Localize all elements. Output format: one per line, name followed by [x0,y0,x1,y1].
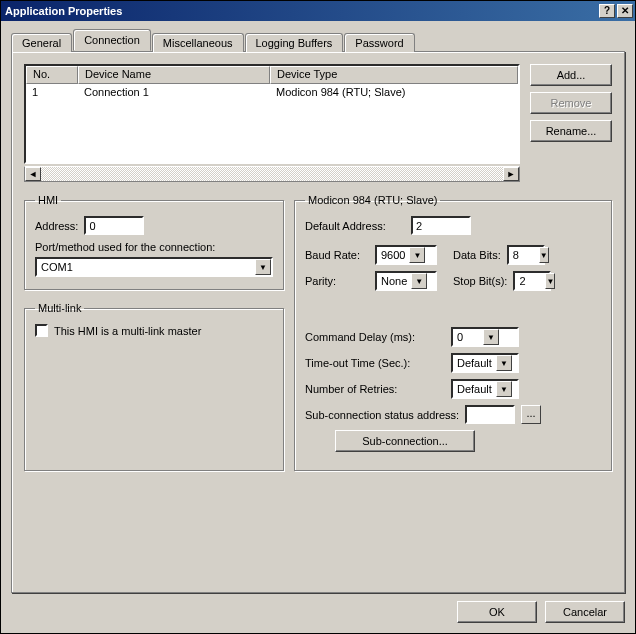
chevron-down-icon: ▼ [496,355,512,371]
chevron-down-icon: ▼ [409,247,425,263]
tab-logging-buffers[interactable]: Logging Buffers [245,33,344,52]
retries-select[interactable]: Default ▼ [451,379,519,399]
parity-label: Parity: [305,275,369,287]
baud-rate-label: Baud Rate: [305,249,369,261]
command-delay-label: Command Delay (ms): [305,331,445,343]
default-address-input[interactable] [411,216,471,235]
command-delay-select[interactable]: 0 ▼ [451,327,519,347]
add-button[interactable]: Add... [530,64,612,86]
tab-connection[interactable]: Connection [73,29,151,51]
window-title: Application Properties [5,5,597,17]
tab-password[interactable]: Password [344,33,414,52]
data-bits-select[interactable]: 8 ▼ [507,245,545,265]
ok-button[interactable]: OK [457,601,537,623]
tab-miscellaneous[interactable]: Miscellaneous [152,33,244,52]
chevron-down-icon: ▼ [545,273,555,289]
chevron-down-icon: ▼ [411,273,427,289]
rename-button[interactable]: Rename... [530,120,612,142]
timeout-label: Time-out Time (Sec.): [305,357,445,369]
device-legend: Modicon 984 (RTU; Slave) [305,194,440,206]
stop-bits-label: Stop Bit(s): [453,275,507,287]
col-header-device-type[interactable]: Device Type [270,66,518,84]
horizontal-scrollbar[interactable]: ◄ ► [24,166,520,182]
close-icon[interactable]: ✕ [617,4,633,18]
retries-label: Number of Retries: [305,383,445,395]
scroll-right-icon[interactable]: ► [503,167,519,181]
application-properties-window: Application Properties ? ✕ General Conne… [0,0,636,634]
remove-button[interactable]: Remove [530,92,612,114]
default-address-label: Default Address: [305,220,405,232]
titlebar: Application Properties ? ✕ [1,1,635,21]
parity-select[interactable]: None ▼ [375,271,437,291]
chevron-down-icon: ▼ [496,381,512,397]
list-item[interactable]: 1 Connection 1 Modicon 984 (RTU; Slave) [26,84,518,100]
col-header-no[interactable]: No. [26,66,78,84]
tab-content: No. Device Name Device Type 1 Connection… [11,51,625,593]
hmi-legend: HMI [35,194,61,206]
chevron-down-icon: ▼ [255,259,271,275]
address-label: Address: [35,220,78,232]
port-select[interactable]: COM1 ▼ [35,257,273,277]
subconnection-button[interactable]: Sub-connection... [335,430,475,452]
hmi-group: HMI Address: Port/method used for the co… [24,194,284,290]
multilink-group: Multi-link This HMI is a multi-link mast… [24,302,284,471]
address-input[interactable] [84,216,144,235]
help-icon[interactable]: ? [599,4,615,18]
multilink-legend: Multi-link [35,302,84,314]
subconn-status-label: Sub-connection status address: [305,409,459,421]
multilink-checkbox[interactable] [35,324,48,337]
timeout-select[interactable]: Default ▼ [451,353,519,373]
device-group: Modicon 984 (RTU; Slave) Default Address… [294,194,612,471]
port-label: Port/method used for the connection: [35,241,273,253]
chevron-down-icon: ▼ [539,247,549,263]
chevron-down-icon: ▼ [483,329,499,345]
connections-list[interactable]: No. Device Name Device Type 1 Connection… [24,64,520,164]
cancel-button[interactable]: Cancelar [545,601,625,623]
stop-bits-select[interactable]: 2 ▼ [513,271,551,291]
col-header-device-name[interactable]: Device Name [78,66,270,84]
subconn-status-input[interactable] [465,405,515,424]
multilink-checkbox-label: This HMI is a multi-link master [54,325,201,337]
baud-rate-select[interactable]: 9600 ▼ [375,245,437,265]
subconn-status-browse-button[interactable]: ... [521,405,541,424]
data-bits-label: Data Bits: [453,249,501,261]
tabstrip: General Connection Miscellaneous Logging… [11,29,625,51]
tab-general[interactable]: General [11,33,72,52]
scroll-left-icon[interactable]: ◄ [25,167,41,181]
